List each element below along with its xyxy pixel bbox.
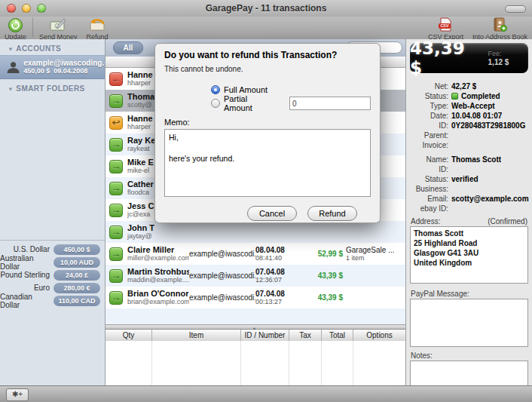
transaction-type-icon xyxy=(109,204,123,217)
account-cell: example@iwascodi... xyxy=(189,293,255,302)
partial-amount-input[interactable] xyxy=(289,97,371,110)
transaction-type-icon xyxy=(109,269,123,283)
csv-export-icon: CSV xyxy=(436,17,454,32)
id-value: 0Y280483T2981800G xyxy=(451,121,525,130)
notes-label: Notes: xyxy=(411,351,433,360)
line-items-body xyxy=(105,341,405,385)
line-items-table: Qty Item ID / Number Tax Total Options xyxy=(105,330,405,385)
table-row[interactable]: Brian O'Connorbrian@example.com example@… xyxy=(105,287,405,308)
currency-badge: 10,00 AUD xyxy=(54,257,100,268)
address-label: Address: xyxy=(411,217,440,226)
toolbar-separator xyxy=(32,17,33,37)
currency-badge: 280,00 € xyxy=(54,283,100,293)
update-icon xyxy=(7,17,25,32)
payer-email: maddin@example.... xyxy=(127,276,189,284)
verified-status: verified xyxy=(451,174,478,184)
payer-email: miller@example.com xyxy=(127,254,189,262)
person-avatar xyxy=(6,60,20,75)
date-cell: 07.04.08 xyxy=(255,268,302,276)
currency-totals: U.S. Dollar 450,00 $ Australian Dollar 1… xyxy=(0,243,105,307)
pane-splitter[interactable]: ▲ xyxy=(105,324,405,330)
column-options[interactable]: Options xyxy=(353,330,405,341)
currency-row: Canadian Dollar 110,00 CAD xyxy=(0,294,105,307)
update-button[interactable]: Update xyxy=(0,17,31,41)
options-cell: GarageSale ... xyxy=(346,246,405,254)
into-address-book-button[interactable]: Into Address Book xyxy=(468,17,532,41)
time-cell: 00:13:27 xyxy=(255,298,302,306)
dialog-subtitle: This cannot be undone. xyxy=(164,65,371,73)
cancel-button[interactable]: Cancel xyxy=(247,206,297,221)
line-items-header[interactable]: Qty Item ID / Number Tax Total Options xyxy=(105,330,405,342)
time-cell: 12:36:07 xyxy=(255,276,302,284)
title-bar: GaragePay - 11 transactions xyxy=(0,0,532,17)
refund-type-group: Full Amount Partial Amount xyxy=(211,83,371,110)
toolbar: Update Send Money Refund xyxy=(0,17,532,40)
refund-confirm-button[interactable]: Refund xyxy=(307,206,357,221)
refund-button[interactable]: Refund xyxy=(82,17,113,41)
account-email: example@iwascoding.c xyxy=(23,59,105,67)
sidebar-divider xyxy=(0,240,105,241)
address-confirmed-badge: (Confirmed) xyxy=(488,217,527,226)
transaction-type-icon xyxy=(109,226,123,239)
toolbar-toggle-button[interactable] xyxy=(505,5,526,13)
payer-email: jaytay@ xyxy=(127,232,189,241)
completed-icon xyxy=(451,93,458,100)
amount-cell: 43,39 $ xyxy=(302,272,346,280)
smart-folders-section-header[interactable]: ▼SMART FOLDERS xyxy=(0,79,105,95)
fee-label: Fee: xyxy=(488,50,521,58)
amount-cell: 43,39 $ xyxy=(302,293,346,302)
column-id-number[interactable]: ID / Number xyxy=(241,330,289,341)
sidebar-item-account[interactable]: example@iwascoding.c 450,00 $ 09.04.2008 xyxy=(0,55,105,79)
disclosure-triangle-icon: ▼ xyxy=(8,46,14,53)
date-cell: 07.04.08 xyxy=(255,290,302,298)
column-total[interactable]: Total xyxy=(322,330,353,341)
garagepay-window: GaragePay - 11 transactions Update Send … xyxy=(0,0,532,402)
transaction-type-icon xyxy=(109,94,123,108)
currency-label: U.S. Dollar xyxy=(14,245,50,253)
payer-name: Martin Strohbusch xyxy=(127,267,189,276)
table-row[interactable]: Claire Millermiller@example.com example@… xyxy=(105,243,405,265)
address-box: Thomas Scott 25 Highland Road Glasgow G4… xyxy=(410,226,528,284)
memo-textarea[interactable]: Hi, here's your refund. xyxy=(164,129,371,197)
gear-plus-icon: ✱+ xyxy=(12,390,23,398)
transaction-details: Net:42,27 $ Status:Completed Type:Web-Ac… xyxy=(409,81,529,150)
payer-name: Claire Miller xyxy=(127,245,189,254)
table-row[interactable]: John Tjaytay@ xyxy=(105,221,405,243)
account-balance-date: 450,00 $ 09.04.2008 xyxy=(23,67,105,75)
send-money-icon xyxy=(49,17,67,32)
csv-export-button[interactable]: CSV CSV Export xyxy=(423,17,468,41)
column-item[interactable]: Item xyxy=(152,330,241,341)
net-value: 42,27 $ xyxy=(451,81,476,91)
partial-amount-option[interactable]: Partial Amount xyxy=(211,97,371,110)
partial-amount-radio[interactable] xyxy=(211,99,220,108)
transaction-type-icon xyxy=(109,116,123,130)
paypal-message-box xyxy=(410,299,528,347)
account-cell: example@iwascodi... xyxy=(189,272,255,280)
transaction-amount: 43,39 $ xyxy=(410,38,482,78)
transaction-type-icon xyxy=(109,160,123,173)
type-value: Web-Accept xyxy=(451,101,495,111)
filter-all-button[interactable]: All xyxy=(113,41,143,54)
currency-label: Euro xyxy=(34,284,50,292)
transaction-type-icon xyxy=(109,182,123,195)
memo-label: Memo: xyxy=(164,118,371,127)
amount-cell: 52,99 $ xyxy=(302,250,346,258)
payer-name: Brian O'Connor xyxy=(127,289,189,298)
column-tax[interactable]: Tax xyxy=(289,330,322,341)
paypal-message-label: PayPal Message: xyxy=(411,290,469,298)
full-amount-radio[interactable] xyxy=(211,85,220,94)
column-qty[interactable]: Qty xyxy=(105,330,152,341)
fee-value: 1,12 $ xyxy=(488,58,521,66)
table-row[interactable]: Martin Strohbuschmaddin@example.... exam… xyxy=(105,265,405,287)
add-smart-folder-button[interactable]: ✱+ xyxy=(6,388,29,401)
transaction-type-icon xyxy=(109,138,123,152)
send-money-button[interactable]: Send Money xyxy=(35,17,82,41)
transaction-type-icon xyxy=(109,291,123,305)
accounts-section-header[interactable]: ▼ACCOUNTS xyxy=(0,39,105,55)
contact-details: Name:Thomas Scott ID: Status:verified Bu… xyxy=(409,155,529,213)
amount-display: 43,39 $ Fee: 1,12 $ xyxy=(410,43,528,73)
payer-name: John T xyxy=(127,223,189,232)
contact-email: scotty@example.com xyxy=(451,194,529,204)
transaction-type-icon xyxy=(109,72,123,86)
currency-badge: 24,00 £ xyxy=(54,270,100,281)
